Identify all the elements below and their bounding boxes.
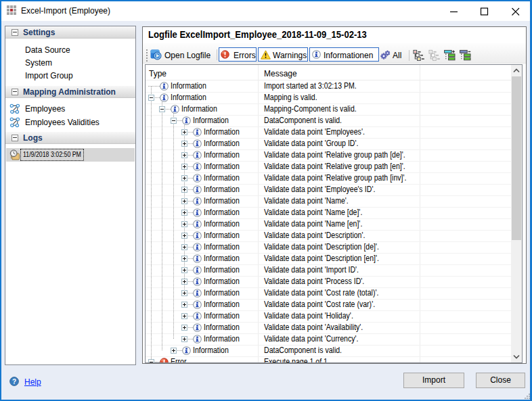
svg-text:?: ? xyxy=(12,378,16,385)
